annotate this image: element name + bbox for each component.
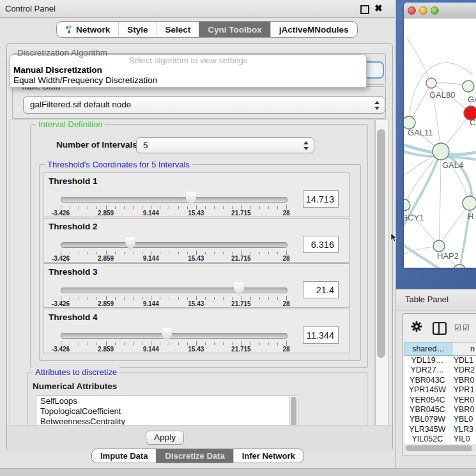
dropdown-item-2[interactable]: Equal Width/Frequency Discretization [13,75,157,85]
cell-shared-name: YPR145W [404,385,450,395]
table-row[interactable]: YIL052CYIL0 [404,434,476,444]
axis-tick-label: 9.144 [132,300,170,307]
deselect-checkbox-icon[interactable]: ☑ [463,324,470,332]
axis-tick [205,297,206,300]
axis-tick [277,252,278,254]
axis-tick [196,250,197,255]
axis-tick [133,206,134,209]
axis-tick [232,297,233,300]
axis-tick-label: -3.426 [42,346,80,353]
axis-tick-label: 21.715 [222,300,260,307]
slider-thumb[interactable] [186,192,196,205]
number-of-intervals-combobox[interactable]: 5 [136,137,314,153]
threshold-value-field[interactable]: 11.344 [303,326,339,344]
network-canvas[interactable]: GAL80GACGAL11GAL4GCY1HHAP2 [404,19,476,268]
network-node[interactable] [404,199,410,211]
slider-thumb[interactable] [162,328,172,341]
table-row[interactable]: YPR145WYPR1 [404,385,476,395]
axis-tick-label: 2.859 [87,300,125,307]
column-layout-icon[interactable] [433,322,447,335]
dropdown-item-1[interactable]: Manual Discretization [13,65,102,75]
network-node[interactable] [463,196,476,210]
select-all-checkbox-icon[interactable]: ☑ [454,324,461,332]
table-row[interactable]: YDL19…YDL1 [404,356,476,365]
network-node-label: GA [468,95,476,104]
axis-tick [61,296,61,300]
float-window-icon[interactable] [360,5,369,14]
screenshot-root: Control Panel ✖ NetworkStyleSelectCyni T… [0,0,476,476]
tab-infer-network[interactable]: Infer Network [233,449,303,463]
table-header-shared[interactable]: shared… [404,342,452,356]
table-header-name[interactable]: n [452,342,476,356]
axis-tick-label: 2.859 [87,210,125,217]
threshold-value-field[interactable]: 6.316 [303,236,339,253]
attributes-list-scrollbar[interactable] [289,395,298,426]
zoom-traffic-light-icon[interactable] [431,6,439,15]
tab-impute-data[interactable]: Impute Data [92,449,156,463]
minimize-traffic-light-icon[interactable] [419,6,427,15]
tab-network[interactable]: Network [57,22,118,37]
network-edge-highlighted[interactable] [459,220,468,268]
close-icon[interactable]: ✖ [374,3,383,14]
network-node[interactable] [404,116,415,129]
axis-tick [151,205,151,210]
tab-style[interactable]: Style [118,22,156,37]
network-node[interactable] [433,240,445,252]
table-row[interactable]: YDR27…YDR2 [404,365,476,375]
threshold-value-field[interactable]: 14.713 [303,190,339,208]
gear-icon[interactable] [411,321,422,332]
axis-tick [133,252,134,254]
table-data-combobox[interactable]: galFiltered.sif default node [23,96,385,114]
axis-tick [160,206,160,209]
network-icon [65,26,73,34]
table-row[interactable]: YBR045CYBR0 [404,405,476,415]
axis-tick [106,296,107,300]
table-row[interactable]: YBR043CYBR0 [404,376,476,385]
table-panel-title: Table Panel [405,289,449,309]
close-traffic-light-icon[interactable] [408,6,416,15]
network-node[interactable] [433,143,449,160]
numerical-attributes-list[interactable]: SelfLoopsTopologicalCoefficientBetweenne… [36,395,290,426]
threshold-3-box: Threshold 3-3.4262.8599.14415.4321.71528… [43,263,350,308]
network-node-label: C [470,118,475,127]
tab-jactivemnodules[interactable]: jActiveMNodules [270,22,357,37]
slider-track[interactable] [61,288,288,293]
network-window-titlebar[interactable] [404,3,476,19]
table-row[interactable]: YLR345WYLR3 [404,425,476,434]
apply-button[interactable]: Apply [146,431,184,445]
network-edge[interactable] [407,38,431,83]
network-node[interactable] [426,78,436,88]
axis-tick-label: 28 [267,346,305,353]
slider-thumb[interactable] [125,237,135,250]
cell-shared-name: YER054C [404,395,450,405]
axis-tick [259,252,260,254]
axis-tick [61,250,61,255]
network-edge[interactable] [404,151,441,205]
panel-vertical-scrollbar[interactable] [375,119,388,426]
threshold-label: Threshold 2 [49,222,98,231]
tab-cyni-toolbox[interactable]: Cyni Toolbox [199,22,270,37]
network-edge[interactable] [404,205,439,246]
network-edge[interactable] [439,151,441,246]
table-horizontal-scrollbar[interactable] [404,445,475,452]
axis-tick [151,341,151,346]
table-row[interactable]: YBL079WYBL0 [404,415,476,424]
attribute-list-item[interactable]: TopologicalCoefficient [36,406,289,417]
axis-tick [79,206,79,209]
network-node-label: H [468,211,473,221]
network-node-label: GAL80 [429,90,455,100]
table-row[interactable]: YER054CYER0 [404,395,476,405]
tab-discretize-data[interactable]: Discretize Data [156,449,233,463]
tab-select[interactable]: Select [157,22,199,37]
network-node-label: GAL4 [442,160,463,170]
network-node[interactable] [463,81,474,92]
threshold-value-field[interactable]: 21.4 [303,281,339,298]
attribute-list-item[interactable]: SelfLoops [36,396,289,406]
tab-label: Style [127,25,148,35]
slider-thumb[interactable] [234,282,244,296]
axis-tick [214,297,215,300]
slider-track[interactable] [61,242,288,248]
axis-tick [178,297,179,300]
slider-track[interactable] [61,333,288,339]
slider-track[interactable] [61,197,288,203]
